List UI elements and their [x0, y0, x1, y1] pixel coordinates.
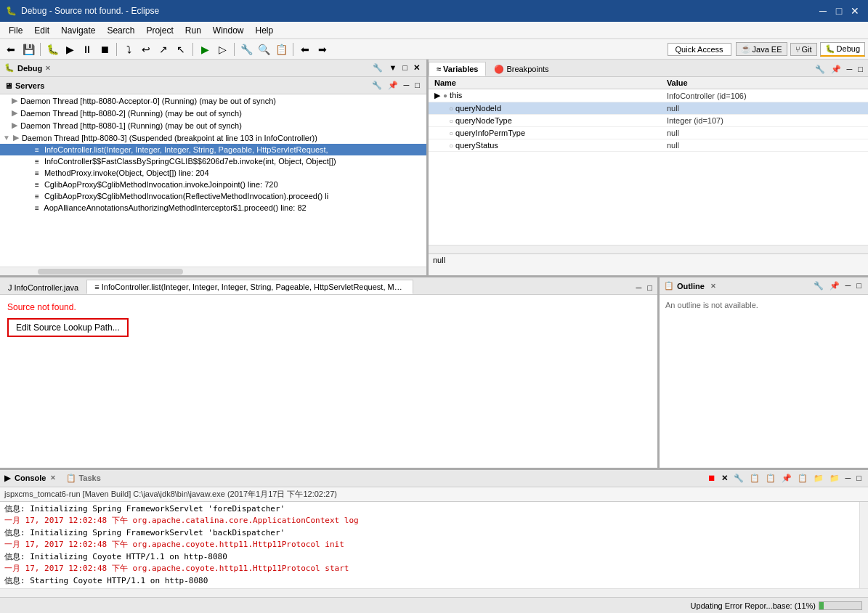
toolbar-btn-12[interactable]: 📋 — [273, 41, 289, 57]
toolbar-btn-13[interactable]: ⬅ — [297, 41, 313, 57]
debug-hscrollbar[interactable] — [0, 267, 426, 275]
menu-item-search[interactable]: Search — [101, 24, 140, 37]
toolbar-btn-4[interactable]: ⏸ — [79, 41, 95, 57]
var-panel-btn-2[interactable]: 📌 — [829, 64, 843, 75]
menu-item-edit[interactable]: Edit — [28, 24, 55, 37]
thread-3[interactable]: ▼ ▶ Daemon Thread [http-8080-3] (Suspend… — [0, 131, 426, 144]
outline-x[interactable]: ✕ — [710, 283, 716, 290]
var-row-4[interactable]: ○ queryStatusnull — [429, 139, 868, 152]
thread-0[interactable]: ▶ Daemon Thread [http-8080-Acceptor-0] (… — [0, 94, 426, 107]
toolbar-btn-10[interactable]: 🔧 — [238, 41, 254, 57]
console-btn-7[interactable]: 📋 — [795, 473, 810, 484]
outline-btn-1[interactable]: 🔧 — [811, 280, 826, 291]
var-row-1[interactable]: ○ queryNodeIdnull — [429, 102, 868, 115]
var-panel-minimize[interactable]: ─ — [845, 64, 855, 75]
console-minimize[interactable]: ─ — [843, 473, 853, 484]
debug-panel-close[interactable]: ✕ — [411, 62, 422, 73]
maximize-button[interactable]: □ — [832, 4, 846, 18]
console-hscrollbar[interactable] — [0, 588, 868, 597]
var-row-3[interactable]: ○ queryInfoPermTypenull — [429, 127, 868, 139]
var-panel-btn-1[interactable]: 🔧 — [813, 64, 827, 75]
quick-access-button[interactable]: Quick Access — [668, 43, 731, 56]
var-name-0: ▶● this — [429, 89, 661, 102]
source-tab-1[interactable]: ≡ InfoController.list(Integer, Integer, … — [86, 280, 413, 294]
tab-breakpoints[interactable]: 🔴 Breakpoints — [486, 62, 556, 76]
console-btn-9[interactable]: 📁 — [827, 473, 842, 484]
perspective-java-ee[interactable]: ☕ Java EE — [736, 42, 787, 56]
menu-item-help[interactable]: Help — [250, 24, 280, 37]
var-row-0[interactable]: ▶● thisInfoController (id=106) — [429, 89, 868, 102]
stack-frame-1[interactable]: ≡ InfoController$$FastClassBySpringCGLIB… — [0, 155, 426, 167]
console-btn-8[interactable]: 📁 — [811, 473, 826, 484]
source-tab-0[interactable]: J InfoController.java — [0, 280, 86, 294]
outline-minimize[interactable]: ─ — [843, 280, 853, 291]
source-panel-maximize[interactable]: □ — [645, 283, 654, 293]
toolbar-btn-6[interactable]: ⤵ — [121, 41, 137, 57]
menu-item-project[interactable]: Project — [140, 24, 179, 37]
perspective-debug[interactable]: 🐛 Debug — [820, 42, 865, 57]
var-row-2[interactable]: ○ queryNodeTypeInteger (id=107) — [429, 115, 868, 127]
stack-frame-2[interactable]: ≡ MethodProxy.invoke(Object, Object[]) l… — [0, 167, 426, 179]
var-name-4: ○ queryStatus — [429, 139, 661, 152]
perspective-git[interactable]: ⑂ Git — [790, 43, 817, 56]
menu-item-file[interactable]: File — [3, 24, 28, 37]
toolbar-btn-2[interactable]: 💾 — [20, 41, 36, 57]
outline-panel: 📋 Outline ✕ 🔧 📌 ─ □ An outline is not av… — [657, 277, 868, 467]
toolbar-btn-1[interactable]: ⬅ — [3, 41, 19, 57]
console-stop-btn[interactable]: ⏹ — [705, 473, 718, 484]
thread-1[interactable]: ▶ Daemon Thread [http-8080-2] (Running) … — [0, 107, 426, 119]
toolbar-btn-9[interactable]: ↖ — [173, 41, 189, 57]
console-vscrollbar[interactable] — [859, 502, 868, 589]
stack-frame-0[interactable]: ≡ InfoController.list(Integer, Integer, … — [0, 144, 426, 155]
console-maximize[interactable]: □ — [854, 473, 864, 484]
console-x[interactable]: ✕ — [50, 474, 56, 482]
breakpoints-tab-label: Breakpoints — [507, 65, 549, 73]
servers-btn-1[interactable]: 🔧 — [370, 80, 384, 91]
menu-item-navigate[interactable]: Navigate — [55, 24, 101, 37]
console-btn-5[interactable]: 📋 — [763, 473, 778, 484]
thread-2[interactable]: ▶ Daemon Thread [http-8080-1] (Running) … — [0, 119, 426, 131]
toolbar-btn-7[interactable]: ↩ — [138, 41, 154, 57]
console-btn-2[interactable]: ✕ — [719, 473, 730, 484]
var-hscrollbar[interactable] — [429, 245, 868, 253]
close-button[interactable]: ✕ — [848, 4, 862, 18]
toolbar-btn-3[interactable]: ▶ — [62, 41, 78, 57]
source-panel-minimize[interactable]: ─ — [634, 283, 644, 293]
run-btn[interactable]: ▶ — [197, 41, 213, 57]
var-tabs: ≈ Variables 🔴 Breakpoints 🔧 📌 ─ □ — [429, 60, 868, 77]
stack-frame-4[interactable]: ≡ CglibAopProxy$CglibMethodInvocation(Re… — [0, 190, 426, 202]
console-content: 信息: Initializing Spring FrameworkServlet… — [0, 502, 859, 589]
console-btn-4[interactable]: 📋 — [747, 473, 762, 484]
minimize-button[interactable]: ─ — [816, 4, 830, 18]
edit-source-button[interactable]: Edit Source Lookup Path... — [7, 318, 129, 337]
outline-btn-2[interactable]: 📌 — [827, 280, 842, 291]
console-btn-6[interactable]: 📌 — [779, 473, 794, 484]
toolbar-btn-14[interactable]: ➡ — [315, 41, 330, 57]
thread-3-expand[interactable]: ▼ — [3, 134, 10, 142]
status-message: Updating Error Repor...base: (11%) — [691, 601, 816, 610]
var-panel-maximize[interactable]: □ — [856, 64, 865, 75]
tab-variables[interactable]: ≈ Variables — [429, 62, 486, 76]
toolbar-btn-5[interactable]: ⏹ — [97, 41, 113, 57]
outline-maximize[interactable]: □ — [854, 280, 864, 291]
stack-frame-3[interactable]: ≡ CglibAopProxy$CglibMethodInvocation.in… — [0, 179, 426, 190]
run-ext-btn[interactable]: ▷ — [214, 41, 230, 57]
debug-panel-maximize[interactable]: □ — [400, 62, 410, 73]
debug-btn[interactable]: 🐛 — [44, 41, 60, 57]
toolbar-btn-8[interactable]: ↗ — [155, 41, 171, 57]
java-ee-label: Java EE — [753, 45, 782, 54]
debug-panel-settings[interactable]: ▼ — [386, 62, 399, 73]
debug-hscroll-thumb[interactable] — [38, 269, 183, 275]
console-line-4: 信息: Initializing Coyote HTTP/1.1 on http… — [4, 551, 855, 564]
toolbar-btn-11[interactable]: 🔍 — [256, 41, 272, 57]
servers-minimize[interactable]: ─ — [402, 80, 412, 91]
servers-maximize[interactable]: □ — [413, 80, 422, 91]
servers-btn-2[interactable]: 📌 — [386, 80, 400, 91]
menu-item-run[interactable]: Run — [179, 24, 207, 37]
debug-panel-x[interactable]: ✕ — [45, 65, 51, 72]
console-btn-3[interactable]: 🔧 — [731, 473, 746, 484]
menu-item-window[interactable]: Window — [207, 24, 250, 37]
stack-frame-5[interactable]: ≡ AopAllianceAnnotationsAuthorizingMetho… — [0, 202, 426, 214]
debug-panel-minimize[interactable]: 🔧 — [370, 62, 385, 73]
tasks-tab[interactable]: 📋 Tasks — [66, 474, 100, 483]
